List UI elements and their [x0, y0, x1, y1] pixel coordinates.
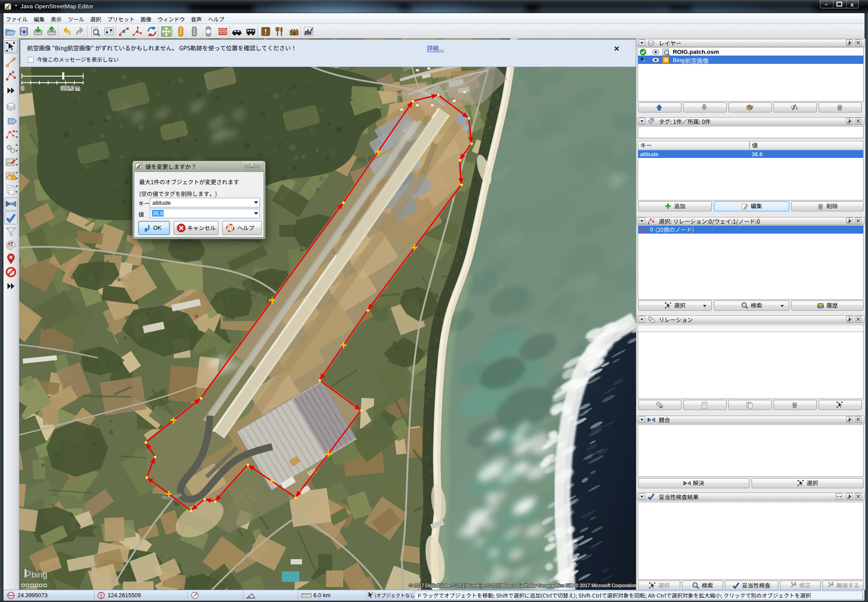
svg-text:!: ! — [796, 106, 798, 111]
svg-text:© 2017 DigitalGlobe © 2017 Geo: © 2017 DigitalGlobe © 2017 GeoEye © 2017… — [409, 583, 636, 588]
svg-text:300.0 m: 300.0 m — [61, 85, 80, 91]
svg-text:!: ! — [264, 28, 267, 35]
svg-text:0: 0 — [21, 85, 24, 91]
svg-text:bing: bing — [32, 570, 47, 579]
